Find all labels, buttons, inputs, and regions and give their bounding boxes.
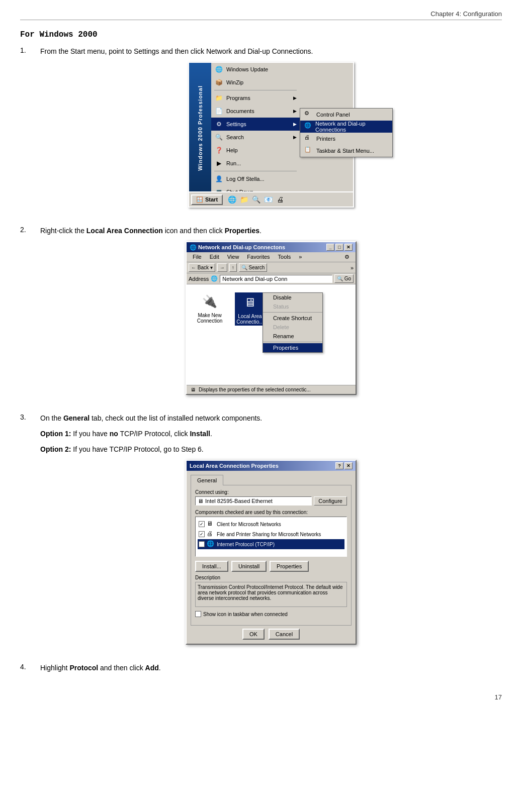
adapter-name: Intel 82595-Based Ethernet bbox=[205, 498, 273, 504]
local-area-connection-icon[interactable]: 🖥 Local AreaConnectio... bbox=[235, 292, 265, 326]
properties-dialog-button[interactable]: Properties bbox=[270, 561, 309, 572]
props-help-button[interactable]: ? bbox=[335, 462, 343, 469]
taskbar-print-icon[interactable]: 🖨 bbox=[275, 194, 285, 205]
props-close-button[interactable]: ✕ bbox=[344, 462, 353, 469]
maximize-button[interactable]: □ bbox=[335, 244, 343, 251]
step-2-content: Right-click the Local Area Connection ic… bbox=[40, 226, 502, 403]
windows-logo: 🪟 bbox=[196, 196, 203, 203]
close-button[interactable]: ✕ bbox=[344, 244, 353, 251]
component-tcpip[interactable]: ✓ 🌐 Internet Protocol (TCP/IP) bbox=[198, 539, 344, 549]
submenu-network-connections[interactable]: 🌐 Network and Dial-up Connections bbox=[300, 121, 392, 133]
taskbar-checkbox[interactable] bbox=[195, 611, 201, 617]
menu-view[interactable]: View bbox=[223, 253, 243, 261]
menu-divider-1 bbox=[214, 90, 297, 90]
submenu-printers[interactable]: 🖨 Printers bbox=[300, 133, 392, 145]
start-menu-screenshot: Windows 2000 Professional 🌐 Windows Upda… bbox=[40, 62, 502, 208]
adapter-field: 🖥 Intel 82595-Based Ethernet bbox=[195, 496, 312, 505]
menu-edit[interactable]: Edit bbox=[206, 253, 223, 261]
step-1: 1. From the Start menu, point to Setting… bbox=[20, 46, 502, 216]
go-button[interactable]: 🔍 Go bbox=[334, 274, 354, 283]
context-create-shortcut[interactable]: Create Shortcut bbox=[263, 314, 322, 323]
tab-bar: General bbox=[191, 475, 352, 485]
taskbar-explorer-icon[interactable]: 📁 bbox=[239, 194, 249, 205]
step-3-num: 3. bbox=[20, 413, 40, 421]
context-disable[interactable]: Disable bbox=[263, 293, 322, 302]
menu-item-search[interactable]: 🔍 Search ▶ bbox=[211, 131, 300, 144]
install-button[interactable]: Install... bbox=[195, 561, 228, 572]
menu-favorites[interactable]: Favorites bbox=[243, 253, 274, 261]
ok-button[interactable]: OK bbox=[242, 629, 265, 640]
step-1-content: From the Start menu, point to Settings a… bbox=[40, 46, 502, 216]
menu-item-help[interactable]: ❓ Help bbox=[211, 144, 300, 157]
address-input[interactable]: Network and Dial-up Conn bbox=[220, 275, 332, 283]
general-bold: General bbox=[63, 414, 90, 422]
printers-icon: 🖨 bbox=[304, 134, 313, 143]
menu-item-run[interactable]: ▶ Run... bbox=[211, 157, 300, 170]
menu-item-windows-update[interactable]: 🌐 Windows Update bbox=[211, 63, 300, 76]
context-divider-1 bbox=[263, 312, 322, 313]
up-button[interactable]: ↑ bbox=[229, 263, 237, 272]
checkbox-tcpip[interactable]: ✓ bbox=[199, 541, 205, 547]
network-icon: 🌐 bbox=[304, 122, 312, 131]
status-text: Displays the properties of the selected … bbox=[199, 387, 311, 392]
back-button[interactable]: ← Back ▾ bbox=[189, 263, 215, 272]
dialog-status-bar: 🖥 Displays the properties of the selecte… bbox=[187, 385, 356, 394]
settings-arrow: ▶ bbox=[293, 122, 297, 127]
forward-button[interactable]: → bbox=[217, 263, 227, 272]
submenu-control-panel[interactable]: ⚙ Control Panel bbox=[300, 109, 392, 121]
menu-divider-2 bbox=[214, 171, 297, 171]
context-properties[interactable]: Properties bbox=[263, 343, 322, 352]
address-icon: 🌐 bbox=[211, 275, 218, 282]
start-menu-window: Windows 2000 Professional 🌐 Windows Upda… bbox=[188, 62, 354, 208]
option2-label: Option 2: bbox=[40, 445, 71, 453]
tab-general[interactable]: General bbox=[191, 475, 223, 485]
submenu-taskbar[interactable]: 📋 Taskbar & Start Menu... bbox=[300, 145, 392, 157]
ok-cancel-row: OK Cancel bbox=[191, 629, 352, 640]
uninstall-button[interactable]: Uninstall bbox=[231, 561, 267, 572]
menu-item-programs[interactable]: 📁 Programs ▶ bbox=[211, 91, 300, 105]
address-label: Address bbox=[189, 276, 209, 282]
taskbar-mail-icon[interactable]: 📧 bbox=[263, 194, 273, 205]
menu-item-settings[interactable]: ⚙ Settings ▶ bbox=[211, 118, 300, 131]
menu-item-winzip[interactable]: 📦 WinZip bbox=[211, 76, 300, 89]
start-menu-items: 🌐 Windows Update 📦 WinZip 📁 Programs ▶ bbox=[211, 63, 300, 193]
titlebar-buttons: _ □ ✕ bbox=[326, 244, 353, 251]
toolbar-more: » bbox=[351, 265, 354, 271]
menu-tools[interactable]: Tools bbox=[274, 253, 295, 261]
tcpip-label: Internet Protocol (TCP/IP) bbox=[217, 542, 275, 547]
description-group: Description Transmission Control Protoco… bbox=[195, 575, 347, 607]
menu-item-logoff[interactable]: 👤 Log Off Stella... bbox=[211, 172, 300, 185]
component-client-networks[interactable]: ✓ 🖥 Client for Microsoft Networks bbox=[198, 519, 344, 529]
properties-dialog: Local Area Connection Properties ? ✕ Gen… bbox=[186, 460, 357, 645]
minimize-button[interactable]: _ bbox=[326, 244, 334, 251]
search-button[interactable]: 🔍 Search bbox=[239, 263, 267, 272]
step-2-text: Right-click the Local Area Connection ic… bbox=[40, 226, 502, 236]
menu-more[interactable]: » bbox=[295, 253, 306, 261]
checkbox-printer[interactable]: ✓ bbox=[199, 531, 205, 537]
taskbar-quick-launch: 🌐 📁 🔍 📧 🖨 bbox=[227, 194, 285, 205]
configure-button[interactable]: Configure bbox=[314, 496, 347, 505]
make-new-connection-icon[interactable]: 🔌 Make NewConnection bbox=[195, 292, 225, 324]
cancel-button[interactable]: Cancel bbox=[269, 629, 300, 640]
settings-submenu: ⚙ Control Panel 🌐 Network and Dial-up Co… bbox=[300, 108, 393, 157]
step-1-num: 1. bbox=[20, 46, 40, 54]
start-button[interactable]: 🪟 Start bbox=[191, 194, 223, 205]
step-3-content: On the General tab, check out the list o… bbox=[40, 413, 502, 653]
checkbox-client[interactable]: ✓ bbox=[199, 521, 205, 527]
menu-item-documents[interactable]: 📄 Documents ▶ bbox=[211, 105, 300, 118]
printer-sharing-label: File and Printer Sharing for Microsoft N… bbox=[217, 532, 321, 537]
taskbar-ie-icon[interactable]: 🌐 bbox=[227, 194, 237, 205]
step-2-num: 2. bbox=[20, 226, 40, 234]
step-1-text: From the Start menu, point to Settings a… bbox=[40, 46, 502, 57]
properties-screenshot: Local Area Connection Properties ? ✕ Gen… bbox=[40, 460, 502, 645]
component-file-printer[interactable]: ✓ 🖨 File and Printer Sharing for Microso… bbox=[198, 529, 344, 539]
context-rename[interactable]: Rename bbox=[263, 332, 322, 341]
tab-content: Connect using: 🖥 Intel 82595-Based Ether… bbox=[191, 485, 352, 626]
search-icon: 🔍 bbox=[214, 133, 223, 142]
client-networks-icon: 🖥 bbox=[207, 520, 215, 528]
help-icon: ❓ bbox=[214, 146, 223, 155]
menu-extra-icon: ⚙ bbox=[340, 253, 354, 261]
network-connections-screenshot: 🌐 Network and Dial-up Connectons _ □ ✕ F… bbox=[40, 241, 502, 395]
taskbar-search-icon[interactable]: 🔍 bbox=[251, 194, 261, 205]
menu-file[interactable]: File bbox=[189, 253, 206, 261]
